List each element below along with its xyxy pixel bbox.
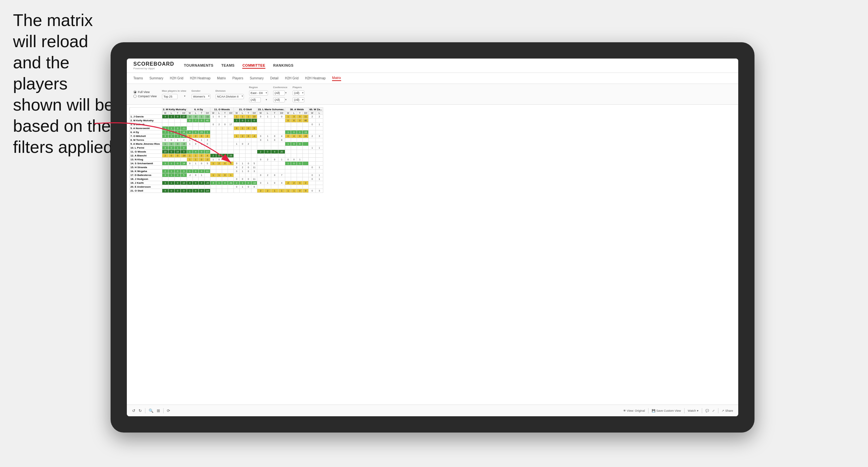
gender-select[interactable]: Women's xyxy=(191,94,210,99)
table-row: 3. S Jelinek0201701 xyxy=(130,123,323,126)
region-all-select[interactable]: (All) xyxy=(249,97,261,102)
data-cell: 3 xyxy=(181,189,187,193)
subnav-detail[interactable]: Detail xyxy=(270,76,279,81)
data-cell xyxy=(240,189,246,193)
compact-view-radio[interactable] xyxy=(133,95,136,98)
main-content[interactable]: 2. M Kelly Mulcahy 6. A Dy 11. G Woods 2… xyxy=(127,105,738,405)
expand-button[interactable]: ⤢ xyxy=(712,409,715,412)
data-cell: 14 xyxy=(181,162,187,165)
data-cell: 3 xyxy=(181,169,187,173)
data-cell: -11 xyxy=(181,126,187,130)
data-cell xyxy=(264,119,271,123)
data-cell xyxy=(316,138,323,142)
subnav-h2h-grid2[interactable]: H2H Grid xyxy=(285,76,299,81)
data-cell: -31 xyxy=(228,181,234,185)
data-cell: 0 xyxy=(297,134,303,138)
zoom-button[interactable]: 🔍 xyxy=(149,408,154,413)
data-cell xyxy=(246,173,251,177)
data-cell: 1 xyxy=(240,181,246,185)
tablet-screen: SCOREBOARD Powered by clippd TOURNAMENTS… xyxy=(127,59,738,416)
subnav-h2h-grid[interactable]: H2H Grid xyxy=(170,76,183,81)
players-select-wrap[interactable]: (All) xyxy=(293,89,304,96)
watch-button[interactable]: Watch ▾ xyxy=(688,409,699,412)
players-select[interactable]: (All) xyxy=(293,90,304,96)
data-cell xyxy=(309,119,316,123)
data-cell xyxy=(228,146,234,150)
table-row: 7. O Mitchell300182202120-401040402423 xyxy=(130,134,323,138)
comment-button[interactable]: 💬 xyxy=(705,409,709,412)
data-cell xyxy=(257,119,265,123)
table-row: 14. S Srichantamit31014010512040105101 xyxy=(130,162,323,165)
view-original-button[interactable]: 👁 View: Original xyxy=(623,409,645,412)
nav-items: TOURNAMENTS TEAMS COMMITTEE RANKINGS xyxy=(184,63,294,69)
conference-select-wrap[interactable]: (All) xyxy=(273,89,287,96)
nav-teams[interactable]: TEAMS xyxy=(221,63,235,69)
region-all-select-wrap[interactable]: (All) xyxy=(249,96,268,102)
data-cell xyxy=(271,123,278,126)
data-cell xyxy=(303,123,309,126)
col-header-stoll: 21. O Stoll xyxy=(234,107,257,112)
subnav-h2h-heatmap2[interactable]: H2H Heatmap xyxy=(305,76,326,81)
data-cell: 5 xyxy=(251,162,257,165)
data-cell xyxy=(291,177,297,181)
data-cell: 1 xyxy=(187,169,193,173)
max-players-select-wrap[interactable]: Top 25 xyxy=(162,93,186,99)
player-name-cell: 12. A Bianchi xyxy=(130,154,162,158)
reset-button[interactable]: ⟳ xyxy=(167,408,170,413)
data-cell: 0 xyxy=(297,189,303,193)
tablet-frame: SCOREBOARD Powered by clippd TOURNAMENTS… xyxy=(111,42,754,433)
data-cell xyxy=(271,165,278,169)
conference-all2-select[interactable]: (All) xyxy=(273,97,285,102)
data-cell: 0 xyxy=(257,134,265,138)
data-cell: 4 xyxy=(162,189,168,193)
fit-button[interactable]: ⊞ xyxy=(157,408,160,413)
data-cell xyxy=(303,126,309,130)
region-select-wrap[interactable]: East - DII xyxy=(249,89,268,96)
data-cell xyxy=(162,119,168,123)
data-cell: 4 xyxy=(187,130,193,134)
data-cell xyxy=(234,173,240,177)
subnav-players[interactable]: Players xyxy=(232,76,243,81)
nav-committee[interactable]: COMMITTEE xyxy=(242,63,266,69)
conference-all2-select-wrap[interactable]: (All) xyxy=(273,96,287,102)
data-cell xyxy=(222,126,228,130)
compact-view-option[interactable]: Compact View xyxy=(133,95,157,98)
redo-button[interactable]: ↻ xyxy=(138,408,142,413)
table-row: 6. A Dy700144025110113 xyxy=(130,130,323,134)
share-button[interactable]: ↗ Share xyxy=(722,409,733,412)
subnav-summary2[interactable]: Summary xyxy=(250,76,264,81)
save-custom-button[interactable]: 💾 Save Custom View xyxy=(652,409,681,412)
data-cell: 3 xyxy=(316,189,323,193)
players-all2-select-wrap[interactable]: (All) xyxy=(293,96,304,102)
region-select[interactable]: East - DII xyxy=(249,90,268,96)
data-cell: 0 xyxy=(175,130,181,134)
subnav-matrix[interactable]: Matrix xyxy=(217,76,226,81)
players-all2-select[interactable]: (All) xyxy=(293,97,304,102)
subnav-summary[interactable]: Summary xyxy=(149,76,163,81)
nav-rankings[interactable]: RANKINGS xyxy=(273,63,294,69)
col-header-za: 60. W Za... xyxy=(309,107,323,112)
data-cell xyxy=(278,185,285,189)
nav-tournaments[interactable]: TOURNAMENTS xyxy=(184,63,214,69)
undo-button[interactable]: ↺ xyxy=(132,408,135,413)
gender-select-wrap[interactable]: Women's xyxy=(191,93,210,99)
data-cell xyxy=(193,165,199,169)
data-cell xyxy=(162,185,168,189)
full-view-radio[interactable] xyxy=(133,90,136,94)
data-cell: 3 xyxy=(222,158,228,162)
data-cell xyxy=(257,123,265,126)
subnav-matrix2[interactable]: Matrix xyxy=(332,75,341,81)
subnav-h2h-heatmap[interactable]: H2H Heatmap xyxy=(190,76,210,81)
data-cell xyxy=(162,123,168,126)
division-select-wrap[interactable]: NCAA Division II xyxy=(216,93,244,99)
conference-select[interactable]: (All) xyxy=(273,90,285,96)
subnav-teams[interactable]: Teams xyxy=(133,76,143,81)
data-cell: 4 xyxy=(193,150,199,154)
data-cell: 1 xyxy=(175,146,181,150)
max-players-select[interactable]: Top 25 xyxy=(162,94,178,99)
data-cell: 0 xyxy=(246,185,251,189)
data-cell xyxy=(257,126,265,130)
full-view-option[interactable]: Full View xyxy=(133,90,157,94)
data-cell: 0 xyxy=(246,181,251,185)
division-select[interactable]: NCAA Division II xyxy=(216,94,244,99)
